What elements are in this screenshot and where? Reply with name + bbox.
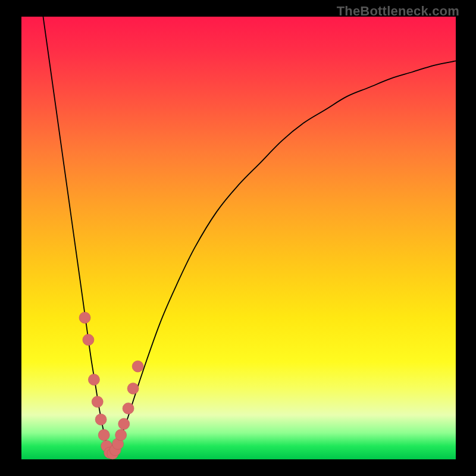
watermark-text: TheBottleneck.com (337, 4, 459, 19)
data-marker (123, 403, 134, 414)
data-marker (92, 396, 103, 408)
data-marker (127, 383, 139, 394)
plot-area (21, 17, 456, 459)
data-marker (115, 430, 127, 441)
marker-group (79, 312, 143, 459)
curve-group (43, 17, 456, 457)
data-marker (79, 312, 90, 323)
data-marker (132, 361, 143, 372)
chart-frame: TheBottleneck.com (0, 0, 476, 476)
data-marker (95, 414, 107, 425)
data-marker (118, 418, 130, 430)
curve-right-branch (111, 61, 456, 457)
curve-left-branch (43, 17, 111, 457)
data-marker (98, 430, 109, 441)
data-marker (88, 374, 99, 386)
chart-svg (21, 17, 456, 459)
data-marker (83, 334, 94, 346)
